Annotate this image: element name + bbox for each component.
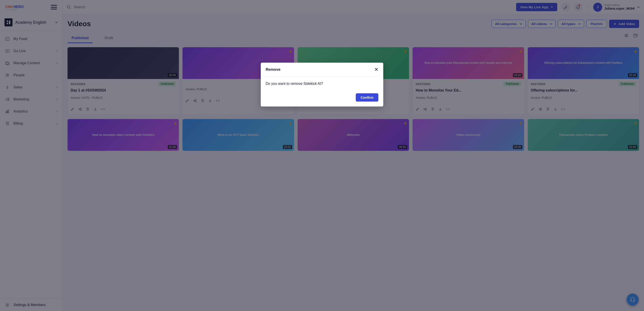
- modal-message: Do you want to remove Sidekick AI?: [261, 77, 383, 91]
- modal-title: Remove: [266, 67, 280, 72]
- close-icon[interactable]: ✕: [374, 67, 378, 72]
- modal-overlay: Remove ✕ Do you want to remove Sidekick …: [0, 0, 644, 311]
- confirm-button[interactable]: Confirm: [356, 93, 378, 102]
- remove-modal: Remove ✕ Do you want to remove Sidekick …: [261, 63, 383, 107]
